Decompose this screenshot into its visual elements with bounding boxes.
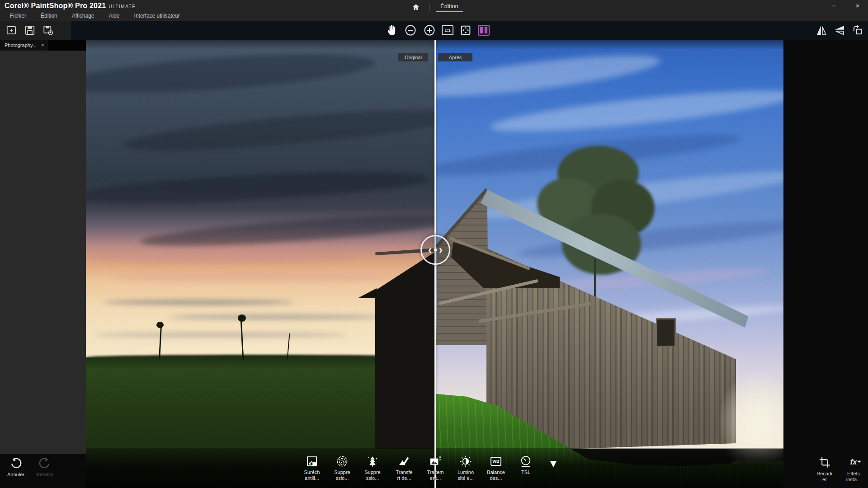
menu-affichage[interactable]: Affichage (66, 12, 100, 20)
photo-canvas: Original Après ‹ › (86, 40, 783, 488)
right-panel (783, 40, 868, 488)
digital-noise-label: Suppre ssio... (364, 469, 380, 481)
resample-label: Suréch antill... (304, 469, 320, 481)
undo-label: Annuler (7, 472, 24, 477)
more-adjustments-icon[interactable]: ▼ (548, 458, 559, 469)
adjust-resample-button[interactable]: Suréch antill... (297, 455, 327, 481)
instant-effects-label: Effets insta... (846, 471, 861, 483)
hsl-label: TSL (521, 469, 530, 475)
color-transfer-label: Transfe rt de... (396, 469, 413, 481)
pan-hand-icon[interactable] (385, 23, 398, 37)
handle-dot (434, 248, 437, 252)
crop-button[interactable]: Recadr er (810, 455, 839, 483)
before-label-badge: Original (398, 53, 428, 61)
file-toolbar (0, 21, 71, 40)
zoom-in-icon[interactable] (423, 23, 436, 37)
barn-window (656, 318, 676, 347)
before-gray-cloud (104, 300, 294, 305)
new-image-icon[interactable] (5, 23, 18, 37)
compare-slider-handle[interactable]: ‹ › (420, 235, 450, 265)
fx-glyph: fx (850, 458, 857, 466)
save-as-icon[interactable] (42, 23, 55, 37)
before-label: Original (405, 55, 422, 60)
minimize-button[interactable]: − (828, 1, 840, 11)
view-toolbar: 1:1 (385, 21, 490, 40)
before-pink-streak (86, 252, 357, 264)
white-balance-icon: WB (489, 455, 503, 468)
main-toolbar: 1:1 (0, 21, 868, 40)
undo-button[interactable]: Annuler (3, 456, 29, 477)
fit-to-screen-icon[interactable] (459, 23, 472, 37)
menu-fichier[interactable]: Fichier (5, 12, 32, 20)
zoom-out-icon[interactable] (404, 23, 417, 37)
title-bar: Corel® PaintShop® Pro 2021ULTIMATE Fichi… (0, 0, 868, 21)
window-controls: − × (828, 1, 863, 11)
instant-effects-icon: fx✦ (850, 455, 857, 469)
crop-icon (817, 455, 832, 469)
handle-left-chevron: ‹ (428, 244, 432, 256)
adjust-digital-noise-button[interactable]: Suppre ssio... (358, 455, 387, 481)
app-title: Corel® PaintShop® Pro 2021ULTIMATE (5, 2, 136, 10)
crop-label: Recadr er (816, 471, 832, 483)
tree-noise-icon (365, 455, 380, 468)
before-gray-cloud (167, 314, 384, 319)
split-compare-view-icon[interactable] (478, 25, 490, 36)
instant-effects-button[interactable]: fx✦ Effets insta... (839, 455, 868, 483)
adjust-noise-removal-button[interactable]: Suppre ssio... (327, 455, 357, 481)
mountain-brush-icon (397, 455, 411, 468)
brightness-label: Lumino sité e... (458, 469, 474, 481)
adjust-brightness-button[interactable]: Lumino sité e... (451, 455, 481, 481)
flip-horizontal-icon[interactable] (815, 23, 828, 37)
actual-size-label: 1:1 (444, 28, 450, 33)
photo-after (435, 40, 783, 488)
close-tab-icon[interactable]: × (41, 42, 44, 48)
adjust-color-transfer-button[interactable]: Transfe rt de... (389, 455, 419, 481)
handle-right-chevron: › (439, 244, 443, 256)
actual-size-icon[interactable]: 1:1 (442, 25, 453, 35)
white-balance-label: Balance des... (487, 469, 505, 481)
app-edition-label: ULTIMATE (108, 4, 136, 9)
plant-silhouette (156, 322, 164, 328)
before-horizon-glow (131, 345, 411, 354)
fx-spark: ✦ (857, 455, 861, 469)
workspace-nav: Édition (409, 2, 463, 13)
left-panel (0, 51, 86, 454)
rotate-icon[interactable] (851, 23, 864, 37)
paintshop-pro-window: Corel® PaintShop® Pro 2021ULTIMATE Fichi… (0, 0, 868, 488)
flip-vertical-icon[interactable] (833, 23, 846, 37)
brightness-contrast-icon (458, 455, 473, 468)
after-label-badge: Après (438, 53, 472, 61)
noise-removal-label: Suppre ssio... (334, 469, 350, 481)
transform-toolbar (815, 21, 864, 40)
one-step-label: Traitem ent... (427, 469, 444, 481)
before-pink-streak (113, 272, 402, 282)
home-icon[interactable] (409, 0, 423, 14)
document-tab-bar: Photography... × (0, 40, 86, 51)
photo-before (86, 40, 435, 488)
menu-bar: Fichier Édition Affichage Aide Interface… (5, 12, 185, 20)
tab-edition-workspace[interactable]: Édition (436, 3, 463, 12)
menu-edition[interactable]: Édition (35, 12, 63, 20)
document-tab-photography[interactable]: Photography... × (0, 40, 48, 51)
adjust-one-step-button[interactable]: Traitem ent... (420, 455, 450, 481)
redo-button[interactable]: Rétablir (32, 456, 58, 477)
app-title-text: Corel® PaintShop® Pro 2021 (5, 2, 106, 9)
menu-aide[interactable]: Aide (104, 12, 125, 20)
white-balance-icon-text: WB (493, 459, 500, 464)
redo-label: Rétablir (36, 472, 53, 477)
hsl-dial-icon (519, 455, 533, 468)
before-gray-cloud (95, 333, 348, 337)
document-tab-label: Photography... (5, 42, 37, 48)
photo-fix-icon (428, 455, 443, 468)
adjust-hsl-button[interactable]: TSL (511, 455, 541, 475)
adjust-white-balance-button[interactable]: WB Balance des... (481, 455, 511, 481)
menu-interface-utilisateur[interactable]: Interface utilisateur (129, 12, 185, 20)
resample-icon (305, 455, 319, 468)
after-label: Après (449, 55, 462, 60)
fingerprint-icon (335, 455, 349, 468)
plant-silhouette (238, 314, 246, 322)
close-button[interactable]: × (852, 1, 863, 11)
save-icon[interactable] (23, 23, 37, 37)
workspace-separator (429, 4, 429, 11)
